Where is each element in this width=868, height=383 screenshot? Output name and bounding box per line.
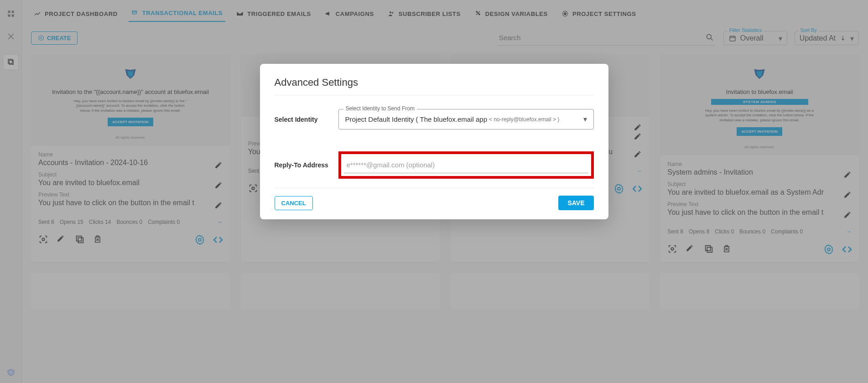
identity-value: Project Default Identity ( The bluefox.e…	[345, 115, 488, 123]
modal-title: Advanced Settings	[275, 77, 594, 88]
reply-to-highlight	[338, 151, 594, 179]
modal-overlay: Advanced Settings Select Identity Select…	[0, 0, 868, 383]
divider	[275, 95, 594, 95]
divider	[275, 188, 594, 188]
identity-select[interactable]: Select Identity to Send From Project Def…	[338, 109, 594, 129]
cancel-button[interactable]: CANCEL	[275, 196, 313, 210]
chevron-down-icon: ▾	[583, 115, 587, 124]
save-button[interactable]: SAVE	[558, 196, 593, 210]
reply-to-label: Reply-To Address	[275, 161, 338, 169]
identity-float-label: Select Identity to Send From	[343, 105, 417, 112]
select-identity-label: Select Identity	[275, 116, 338, 123]
advanced-settings-modal: Advanced Settings Select Identity Select…	[260, 64, 608, 219]
identity-sub-value: < no-reply@bluefox.email > )	[489, 116, 559, 123]
reply-to-input[interactable]	[344, 157, 588, 173]
